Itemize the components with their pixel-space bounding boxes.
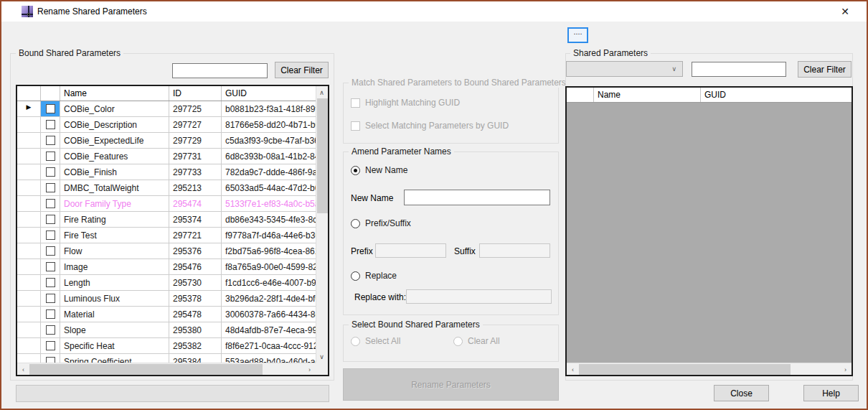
cell-guid[interactable]: c5da3f93-9cbe-47af-b36f-4 (222, 133, 316, 148)
scroll-down-icon[interactable]: ∨ (316, 350, 328, 363)
cell-id[interactable]: 297727 (169, 117, 222, 132)
table-row[interactable]: Slope29538048d4afdb-87e7-4eca-9914- (17, 322, 316, 338)
row-checkbox[interactable] (46, 120, 55, 129)
row-selector-cell[interactable] (17, 354, 41, 363)
row-selector-cell[interactable] (17, 133, 41, 148)
scroll-right-icon[interactable]: › (303, 363, 316, 376)
table-row[interactable]: Material29547830060378-7a66-4434-8c81 (17, 307, 316, 322)
row-checkbox[interactable] (46, 294, 55, 303)
row-selector-cell[interactable] (17, 164, 41, 180)
row-selector-cell[interactable] (17, 259, 41, 274)
col-name[interactable]: Name (60, 86, 169, 101)
cell-id[interactable]: 295374 (169, 212, 222, 227)
new-name-input[interactable] (404, 190, 550, 205)
row-checkbox[interactable] (46, 341, 55, 350)
cell-id[interactable]: 297733 (169, 164, 222, 180)
bound-clear-filter-button[interactable]: Clear Filter (275, 62, 329, 78)
row-selector-cell[interactable] (17, 322, 41, 337)
cell-name[interactable]: Fire Rating (60, 212, 169, 227)
cell-name[interactable]: Image (60, 259, 169, 274)
table-row[interactable]: Flow295376f2bd75a6-96f8-4cea-8614-e (17, 243, 316, 259)
cell-id[interactable]: 295474 (169, 196, 222, 211)
row-checkbox[interactable] (46, 357, 55, 363)
table-row[interactable]: Spring Coefficient295384553aed88-b40a-46… (17, 354, 316, 363)
row-checkbox-cell[interactable] (41, 164, 60, 180)
col-guid[interactable]: GUID (701, 88, 852, 102)
row-checkbox-cell[interactable] (41, 101, 60, 116)
cell-id[interactable]: 295730 (169, 275, 222, 290)
shared-clear-filter-button[interactable]: Clear Filter (798, 61, 852, 78)
cell-id[interactable]: 295382 (169, 338, 222, 353)
row-checkbox[interactable] (46, 246, 55, 256)
scroll-left-icon[interactable]: ‹ (567, 363, 579, 376)
cell-id[interactable]: 295380 (169, 322, 222, 337)
row-checkbox[interactable] (46, 215, 55, 224)
row-checkbox[interactable] (46, 230, 55, 240)
scroll-right-icon[interactable]: › (839, 363, 852, 376)
cell-name[interactable]: COBie_ExpectedLife (60, 133, 169, 148)
radio-icon[interactable] (351, 166, 360, 175)
row-selector-cell[interactable] (17, 243, 41, 258)
cell-name[interactable]: COBie_Description (60, 117, 169, 132)
table-row[interactable]: Specific Heat295382f8f6e271-0caa-4ccc-91… (17, 338, 316, 354)
new-name-radio[interactable]: New Name (351, 165, 407, 175)
cell-name[interactable]: Material (60, 307, 169, 322)
row-checkbox-cell[interactable] (41, 228, 60, 243)
row-checkbox-cell[interactable] (41, 149, 60, 164)
shared-filter-input[interactable] (692, 62, 786, 77)
row-checkbox-cell[interactable] (41, 338, 60, 353)
row-checkbox[interactable] (46, 167, 55, 177)
cell-name[interactable]: COBie_Finish (60, 164, 169, 180)
row-selector-cell[interactable] (17, 212, 41, 227)
row-selector-cell[interactable] (17, 338, 41, 353)
row-checkbox-cell[interactable] (41, 243, 60, 258)
cell-id[interactable]: 297725 (169, 101, 222, 116)
col-name[interactable]: Name (594, 88, 701, 102)
cell-name[interactable]: DMBC_TotalWeight (60, 180, 169, 195)
table-row[interactable]: ▶COBie_Color297725b0881b23-f3a1-418f-89f… (17, 101, 316, 117)
table-row[interactable]: COBie_ExpectedLife297729c5da3f93-9cbe-47… (17, 133, 316, 149)
cell-id[interactable]: 295478 (169, 307, 222, 322)
table-row[interactable]: DMBC_TotalWeight29521365033ad5-44ac-47d2… (17, 180, 316, 196)
row-checkbox[interactable] (46, 152, 55, 161)
cell-guid[interactable]: b0881b23-f3a1-418f-89f4-3 (222, 101, 316, 116)
row-checkbox[interactable] (46, 262, 55, 271)
cell-guid[interactable]: 5133f7e1-ef83-4a0c-b5ad-0 (222, 196, 316, 211)
cell-id[interactable]: 295378 (169, 291, 222, 306)
table-row[interactable]: Fire Rating295374db86e343-5345-4fe3-8ced… (17, 212, 316, 228)
row-checkbox-cell[interactable] (41, 180, 60, 195)
row-checkbox-cell[interactable] (41, 322, 60, 337)
col-id[interactable]: ID (169, 86, 222, 101)
cell-guid[interactable]: 6d8c393b-08a1-41b2-846b (222, 149, 316, 164)
row-selector-cell[interactable] (17, 196, 41, 211)
cell-guid[interactable]: f2bd75a6-96f8-4cea-8614-e (222, 243, 316, 258)
cell-guid[interactable]: 30060378-7a66-4434-8c81 (222, 307, 316, 322)
cell-id[interactable]: 297721 (169, 228, 222, 243)
cell-guid[interactable]: 65033ad5-44ac-47d2-b6f8- (222, 180, 316, 195)
cell-name[interactable]: Slope (60, 322, 169, 337)
cell-name[interactable]: Flow (60, 243, 169, 258)
close-icon[interactable]: ✕ (835, 4, 855, 19)
cell-guid[interactable]: f9778a7f-d46a-44e6-b30d-8 (222, 228, 316, 243)
prefix-suffix-radio[interactable]: Prefix/Suffix (351, 218, 411, 228)
bound-parameters-grid[interactable]: Name ID GUID ▶COBie_Color297725b0881b23-… (16, 85, 329, 376)
cell-guid[interactable]: 48d4afdb-87e7-4eca-9914- (222, 322, 316, 337)
cell-name[interactable]: COBie_Features (60, 149, 169, 164)
cell-guid[interactable]: f8a765a9-00e0-4599-82a7- (222, 259, 316, 274)
close-button[interactable]: Close (714, 385, 769, 401)
row-checkbox[interactable] (46, 325, 55, 335)
row-checkbox[interactable] (46, 136, 55, 145)
cell-name[interactable]: Door Family Type (60, 196, 169, 211)
cell-guid[interactable]: 782da9c7-ddde-486f-9a3f-c (222, 164, 316, 180)
row-selector-cell[interactable] (17, 117, 41, 132)
cell-guid[interactable]: 553aed88-b40a-460d-ad59 (222, 354, 316, 363)
row-selector-cell[interactable] (17, 180, 41, 195)
row-checkbox-cell[interactable] (41, 196, 60, 211)
cell-id[interactable]: 297729 (169, 133, 222, 148)
row-selector-cell[interactable]: ▶ (17, 101, 41, 116)
replace-radio[interactable]: Replace (351, 271, 397, 281)
row-checkbox-cell[interactable] (41, 275, 60, 290)
table-row[interactable]: Door Family Type2954745133f7e1-ef83-4a0c… (17, 196, 316, 212)
row-checkbox[interactable] (46, 278, 55, 287)
cell-id[interactable]: 295384 (169, 354, 222, 363)
